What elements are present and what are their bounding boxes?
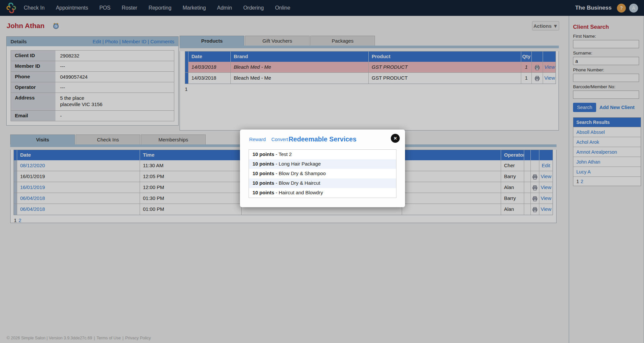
app-screen: Check In Appointments POS Roster Reporti… [0, 0, 644, 343]
modal-title: Redeemable Services [240, 135, 405, 143]
redeemable-services-list: 10 points - Test 2 10 points - Long Hair… [249, 149, 396, 198]
modal-header: Reward Convert Redeemable Services × [240, 130, 405, 149]
redeemable-service-item[interactable]: 10 points - Blow Dry & Haircut [249, 178, 396, 188]
redeemable-service-item[interactable]: 10 points - Blow Dry & Shampoo [249, 169, 396, 178]
redeemable-services-modal: Reward Convert Redeemable Services × 10 … [240, 130, 405, 207]
redeemable-service-item[interactable]: 10 points - Long Hair Package [249, 159, 396, 169]
redeemable-service-item[interactable]: 10 points - Test 2 [249, 150, 396, 159]
close-icon[interactable]: × [391, 134, 400, 143]
redeemable-service-item[interactable]: 10 points - Haircut and Blowdry [249, 188, 396, 198]
